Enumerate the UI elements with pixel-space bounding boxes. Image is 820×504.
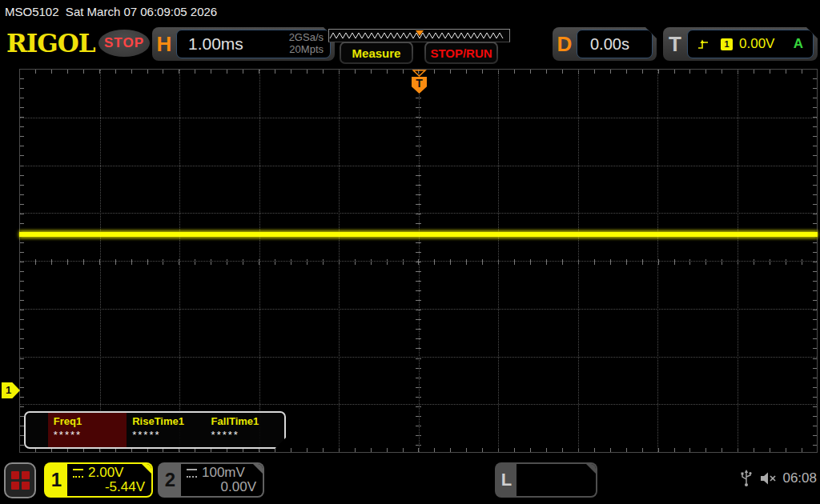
measurement-value: ***** [211, 429, 284, 441]
horizontal-settings-button[interactable]: H 1.00ms 2GSa/s 20Mpts [152, 27, 335, 61]
dc-coupling-icon [187, 469, 197, 478]
channel1-number: 1 [46, 464, 67, 496]
run-state-badge[interactable]: STOP [98, 30, 150, 57]
trigger-label: T [663, 32, 687, 57]
channel1-info: 2.00V -5.44V [67, 464, 151, 496]
channel2-number: 2 [159, 464, 181, 496]
trigger-position-triangle-icon [412, 70, 427, 77]
graticule [19, 69, 818, 453]
header-bar: RIGOL STOP H 1.00ms 2GSa/s 20Mpts Measur… [0, 24, 820, 66]
logic-label: L [496, 464, 517, 496]
channel1-badge[interactable]: 1 2.00V -5.44V [44, 462, 153, 498]
gridline-horizontal [20, 404, 817, 405]
trigger-display: 1 0.00V A [687, 30, 814, 58]
gridline-horizontal [20, 118, 817, 118]
measurement-cell-freq1[interactable]: Freq1 ***** [48, 413, 127, 447]
acquisition-info: 2GSa/s 20Mpts [289, 32, 324, 56]
corner-notch [586, 464, 596, 474]
measurement-value: ***** [132, 429, 205, 441]
trigger-source-badge: 1 [721, 38, 733, 50]
dc-coupling-icon [73, 469, 83, 478]
menu-grid-button[interactable] [4, 462, 36, 498]
menu-grid-icon [11, 471, 30, 490]
measurement-cell-falltime1[interactable]: FallTime1 ***** [206, 413, 284, 447]
channel1-ground-marker[interactable]: 1 [2, 382, 20, 398]
measurement-label: Freq1 [54, 415, 127, 427]
preview-trigger-position-icon [416, 30, 424, 36]
corner-notch [142, 464, 151, 474]
channel1-scale: 2.00V [88, 466, 123, 480]
measurement-spacer [26, 413, 48, 447]
status-icons: 06:08 [740, 468, 817, 489]
rigol-logo: RIGOL [6, 29, 95, 58]
gridline-horizontal [20, 166, 817, 166]
measurement-label: FallTime1 [211, 415, 284, 427]
waveform-trace [19, 232, 818, 237]
delay-settings-button[interactable]: D 0.00s [553, 27, 657, 61]
channel1-offset: -5.44V [73, 480, 145, 494]
gridline-horizontal [20, 261, 817, 262]
measure-button-label: Measure [341, 43, 412, 62]
logic-channel-list: 0 1 2 3 4 5 6 7 8 9 1011 12131415 [517, 464, 596, 496]
trigger-settings-button[interactable]: T 1 0.00V A [663, 27, 818, 61]
gridline-horizontal [20, 357, 817, 358]
stop-run-button-label: STOP/RUN [426, 43, 496, 62]
measure-button[interactable]: Measure [340, 42, 413, 64]
usb-icon [740, 470, 752, 487]
sample-rate: 2GSa/s [289, 32, 324, 44]
channel2-offset: 0.00V [187, 480, 256, 494]
trigger-mode-auto: A [794, 36, 803, 52]
delay-display: 0.00s [577, 30, 653, 58]
stop-run-button[interactable]: STOP/RUN [424, 42, 498, 64]
trigger-level-value: 0.00V [739, 36, 794, 52]
horizontal-label: H [152, 32, 176, 57]
measurement-label: RiseTime1 [132, 415, 205, 427]
delay-label: D [553, 32, 577, 57]
channel1-waveform[interactable] [19, 230, 818, 239]
waveform-preview-strip[interactable] [328, 29, 510, 42]
measurement-results-panel: Freq1 ***** RiseTime1 ***** FallTime1 **… [24, 411, 286, 449]
rising-edge-icon [697, 38, 709, 50]
channel2-scale: 100mV [202, 466, 245, 480]
clock: 06:08 [782, 470, 817, 486]
measurement-value: ***** [54, 429, 127, 441]
timebase-display: 1.00ms 2GSa/s 20Mpts [176, 30, 331, 58]
gridline-horizontal [20, 309, 817, 310]
delay-value: 0.00s [590, 35, 629, 54]
timebase-value: 1.00ms [188, 34, 289, 54]
measurement-cell-risetime1[interactable]: RiseTime1 ***** [127, 413, 205, 447]
channel2-badge[interactable]: 2 100mV 0.00V [158, 462, 264, 498]
speaker-muted-icon [759, 471, 778, 486]
gridline-horizontal [20, 213, 817, 214]
memory-depth: 20Mpts [289, 44, 324, 56]
logic-channels-badge[interactable]: L 0 1 2 3 4 5 6 7 8 9 1011 12131415 [495, 462, 597, 498]
model-and-datetime: MSO5102 Sat March 07 06:09:05 2026 [5, 5, 217, 18]
channel2-info: 100mV 0.00V [181, 464, 263, 496]
corner-notch [253, 464, 263, 474]
